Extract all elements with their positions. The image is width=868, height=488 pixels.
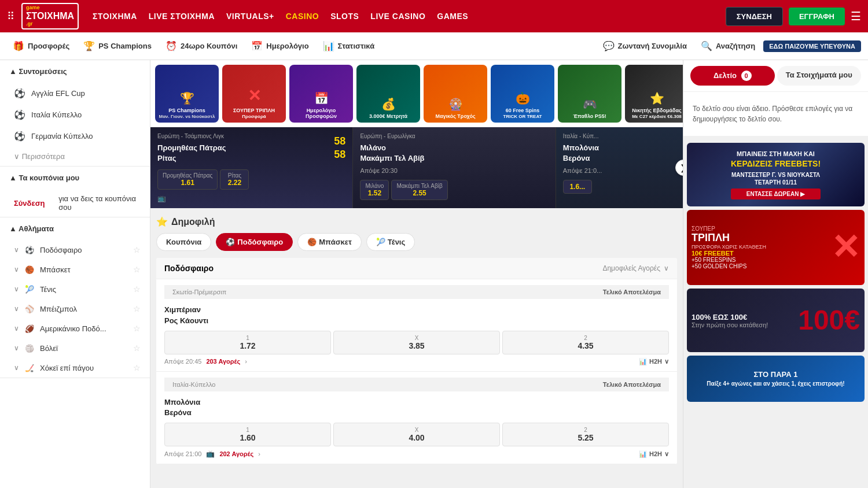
sidebar-item-italy-cup[interactable]: ⚽ Ιταλία Κύπελλο xyxy=(0,104,150,125)
odd-2-cell-x[interactable]: X 4.00 xyxy=(333,423,500,446)
favorite-star-football[interactable]: ☆ xyxy=(133,245,141,254)
right-promo-banners: ΜΠΑΙΝΕΙΣ ΣΤΗ ΜΑΧΗ ΚΑΙ ΚΕΡΔΙΖΕΙΣ FREEBETS… xyxy=(683,139,868,409)
grid-icon[interactable]: ⠿ xyxy=(7,10,14,23)
right-banner-para1[interactable]: ΣΤΟ ΠΑΡΑ 1 Παίξε 4+ αγώνες και αν χάσεις… xyxy=(687,356,865,402)
sports-section-header[interactable]: ▲ Αθλήματα xyxy=(0,217,150,240)
tennis-icon: 🎾 xyxy=(25,285,34,294)
odd-2-cell-1[interactable]: 1 1.60 xyxy=(164,423,331,446)
sidebar-sport-basketball[interactable]: ∨ 🏀 Μπάσκετ ☆ xyxy=(0,260,150,279)
sec-nav-calendar[interactable]: 📅 Ημερολόγιο xyxy=(245,37,314,55)
favorite-star-american-football[interactable]: ☆ xyxy=(133,324,141,333)
nav-live-casino[interactable]: LIVE CASINO xyxy=(370,12,425,21)
login-button[interactable]: ΣΥΝΔΕΣΗ xyxy=(726,7,783,26)
secondary-navigation: 🎁 Προσφορές 🏆 PS Champions ⏰ 24ωρο Κουπό… xyxy=(0,32,868,60)
sidebar-sport-tennis[interactable]: ∨ 🎾 Τένις ☆ xyxy=(0,279,150,299)
popular-markets-dropdown[interactable]: Δημοφιλείς Αγορές ∨ xyxy=(602,264,669,272)
sec-nav-search[interactable]: 🔍 Αναζήτηση xyxy=(695,37,761,55)
nav-stoixima[interactable]: ΣΤΟΙΧΗΜΑ xyxy=(93,12,137,21)
right-banner-ps-champions[interactable]: ΜΠΑΙΝΕΙΣ ΣΤΗ ΜΑΧΗ ΚΑΙ ΚΕΡΔΙΖΕΙΣ FREEBETS… xyxy=(687,143,865,206)
enter-now-btn[interactable]: ΕΝΤΑΣΣΕ ΔΩΡΕΑΝ ▶ xyxy=(731,188,821,199)
favorite-star-basketball[interactable]: ☆ xyxy=(133,265,141,274)
market-count-2[interactable]: 202 Αγορές xyxy=(219,450,253,457)
sidebar-item-germany-cup[interactable]: ⚽ Γερμανία Κύπελλο xyxy=(0,125,150,147)
sec-nav-offers[interactable]: 🎁 Προσφορές xyxy=(7,37,75,55)
right-banner-hundred-text: 100% ΕΩΣ 100€ Στην πρώτη σου κατάθεση! xyxy=(692,313,798,328)
promo-ps-champions[interactable]: 🏆 PS ChampionsΜαν. Γιουν. vs Νιούκαστλ xyxy=(155,65,219,123)
match-footer-2: Απόψε 21:00 📺 202 Αγορές › 📊 H2H ∨ xyxy=(164,450,669,458)
match-teams-label-1: Χιμπέριαν Ρος Κάουντι xyxy=(164,305,208,326)
sidebar-sport-volleyball[interactable]: ∨ 🏐 Βόλεϊ ☆ xyxy=(0,338,150,358)
promo-label-ps5: Έπαθλο PS5! xyxy=(573,113,606,119)
tab-football[interactable]: ⚽ Ποδόσφαιρο xyxy=(216,233,293,251)
nav-virtuals[interactable]: VIRTUALS+ xyxy=(226,12,274,21)
promo-super-tripla[interactable]: ✕ ΣΟΥΠΕΡ ΤΡΙΠΛΗΠροσφορά xyxy=(222,65,286,123)
odd-1-cell-1[interactable]: 1 1.72 xyxy=(164,331,331,354)
promo-freespins[interactable]: 🎃 60 Free SpinsTRICK OR TREAT xyxy=(491,65,554,123)
register-button[interactable]: ΕΓΓΡΑΦΗ xyxy=(789,8,845,25)
odd-btn-2-team1[interactable]: Μιλάνο 1.52 xyxy=(360,180,389,200)
favorite-star-tennis[interactable]: ☆ xyxy=(133,284,141,294)
live-match-card-3[interactable]: Ιταλία - Κύπ... Μπολόνια Βερόνα Απόψε 21… xyxy=(556,127,683,208)
odd-2-cell-2[interactable]: 2 5.25 xyxy=(502,423,669,446)
coupons-section-header[interactable]: ▲ Τα κουπόνια μου xyxy=(0,167,150,189)
sec-nav-ps-champions[interactable]: 🏆 PS Champions xyxy=(78,37,157,55)
football-tab-icon: ⚽ xyxy=(226,238,235,246)
dropdown-chevron-icon: ∨ xyxy=(664,264,669,272)
sidebar-sport-football[interactable]: ∨ ⚽ Ποδόσφαιρο ☆ xyxy=(0,240,150,260)
promo-winner[interactable]: ⭐ Νικητής ΕβδομάδαςΜε C27 κέρδισε €6.308 xyxy=(625,65,683,123)
sidebar: ▲ Συντομεύσεις ⚽ Αγγλία EFL Cup ⚽ Ιταλία… xyxy=(0,60,150,488)
tab-tennis[interactable]: 🎾 Τένις xyxy=(366,233,415,251)
promo-wheel[interactable]: 🎡 Μαγικός Τροχός xyxy=(424,65,487,123)
promo-ps5[interactable]: 🎮 Έπαθλο PS5! xyxy=(558,65,621,123)
odd-btn-team2[interactable]: Ρίτας 2.22 xyxy=(220,169,249,190)
match-subheader-1: Σκωτία-Πρέμιερσιπ Τελικό Αποτελέσμα xyxy=(164,285,669,299)
live-match-card-2[interactable]: Ευρώπη - Ευρωλίγκα Μιλάνο Μακάμπι Τελ Αβ… xyxy=(353,127,556,208)
my-bets-tab[interactable]: Τα Στοιχήματά μου xyxy=(777,66,862,86)
hundred-euro-icon: 100€ xyxy=(798,306,860,334)
promo-label-wheel: Μαγικός Τροχός xyxy=(435,113,475,119)
tab-basketball[interactable]: 🏀 Μπάσκετ xyxy=(297,233,362,251)
market-count-1[interactable]: 203 Αγορές xyxy=(206,358,240,365)
sidebar-sport-baseball[interactable]: ∨ ⚾ Μπέιζμπολ ☆ xyxy=(0,299,150,319)
odd-1-cell-2[interactable]: 2 4.35 xyxy=(502,331,669,354)
chevron-icon-american-football: ∨ xyxy=(14,324,19,332)
odd-btn-3[interactable]: 1.6... xyxy=(563,180,592,194)
bar-chart-icon-2: 📊 xyxy=(639,450,647,458)
match-time-2: Απόψε 20:30 xyxy=(360,167,548,174)
basketball-icon: 🏀 xyxy=(25,265,34,274)
h2h-button-1[interactable]: 📊 H2H ∨ xyxy=(639,358,669,365)
sidebar-coupons-login[interactable]: Σύνδεση για να δεις τα κουπόνια σου xyxy=(0,189,150,217)
tab-coupon[interactable]: Κουπόνια xyxy=(156,233,211,251)
h2h-button-2[interactable]: 📊 H2H ∨ xyxy=(639,450,669,458)
live-match-card-1[interactable]: Ευρώπη - Τσάμπιονς Λιγκ Προμηθέας Πάτρας… xyxy=(150,127,353,208)
nav-games[interactable]: GAMES xyxy=(437,12,468,21)
right-banner-hundred[interactable]: 100% ΕΩΣ 100€ Στην πρώτη σου κατάθεση! 1… xyxy=(687,289,865,352)
sec-nav-live-chat[interactable]: 💬 Ζωντανή Συνομιλία xyxy=(597,37,693,55)
shortcuts-section-header[interactable]: ▲ Συντομεύσεις xyxy=(0,60,150,83)
nav-casino[interactable]: CASINO xyxy=(286,12,319,21)
betslip-tab[interactable]: Δελτίο 0 xyxy=(690,66,775,86)
trophy-promo-icon: 🏆 xyxy=(180,91,194,105)
right-banner-super-tripla[interactable]: ΣΟΥΠΕΡ ΤΡΙΠΛΗ ΠΡΟΣΦΟΡΑ ΧΩΡΙΣ ΚΑΤΑΘΕΣΗ 10… xyxy=(687,210,865,285)
sec-nav-24h-coupon[interactable]: ⏰ 24ωρο Κουπόνι xyxy=(160,37,243,55)
nav-slots[interactable]: SLOTS xyxy=(330,12,359,21)
sidebar-sport-hockey[interactable]: ∨ 🏒 Χόκεϊ επί πάγου ☆ xyxy=(0,358,150,378)
sidebar-more-shortcuts[interactable]: ∨ Περισσότερα xyxy=(0,147,150,166)
chevron-down-h2h-1: ∨ xyxy=(664,358,669,365)
sidebar-item-efl-cup[interactable]: ⚽ Αγγλία EFL Cup xyxy=(0,83,150,104)
odd-btn-team1[interactable]: Προμηθέας Πάτρας 1.61 xyxy=(157,169,218,190)
promo-cash[interactable]: 💰 3.000€ Μετρητά xyxy=(356,65,420,123)
odd-btn-2-team2[interactable]: Μακάμπι Τελ Αβίβ 2.55 xyxy=(391,180,447,200)
nav-live-stoixima[interactable]: LIVE ΣΤΟΙΧΗΜΑ xyxy=(149,12,215,21)
favorite-star-baseball[interactable]: ☆ xyxy=(133,304,141,313)
chat-icon: 💬 xyxy=(603,40,615,51)
site-logo[interactable]: game ΣΤΟΙΧΗΜΑ .gr xyxy=(21,3,79,29)
sidebar-sport-american-football[interactable]: ∨ 🏈 Αμερικάνικο Ποδό... ☆ xyxy=(0,319,150,338)
promo-calendar[interactable]: 📅 Ημερολόγιο Προσφορών xyxy=(289,65,353,123)
sec-nav-stats[interactable]: 📊 Στατιστικά xyxy=(317,37,381,55)
odd-1-cell-x[interactable]: X 3.85 xyxy=(333,331,500,354)
hamburger-menu-icon[interactable]: ☰ xyxy=(851,9,861,23)
matches-carousel-next[interactable]: ❯ xyxy=(675,160,683,176)
favorite-star-hockey[interactable]: ☆ xyxy=(133,363,141,372)
favorite-star-volleyball[interactable]: ☆ xyxy=(133,343,141,353)
